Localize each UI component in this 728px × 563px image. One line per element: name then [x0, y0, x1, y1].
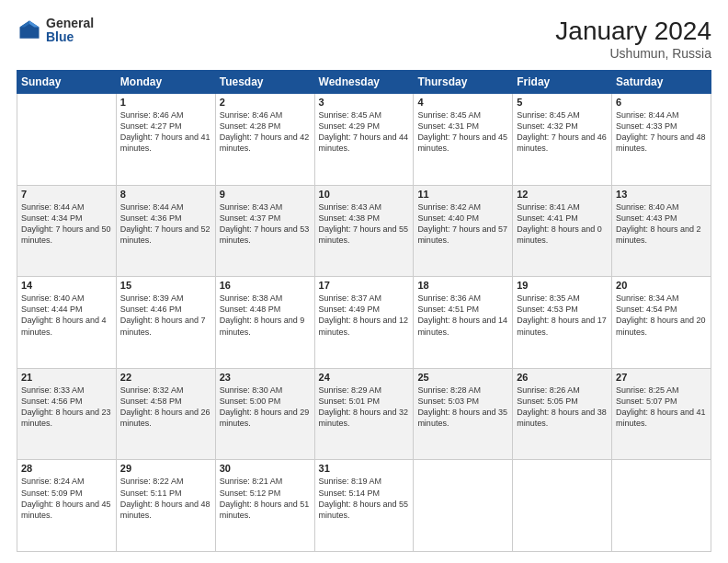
header: General Blue January 2024 Ushumun, Russi…	[17, 17, 711, 61]
day-number: 20	[616, 280, 707, 291]
cell-info: Sunrise: 8:42 AMSunset: 4:40 PMDaylight:…	[417, 201, 508, 247]
day-number: 30	[220, 463, 311, 474]
day-number: 18	[417, 280, 508, 291]
day-number: 15	[120, 280, 211, 291]
table-row	[17, 94, 117, 186]
table-row: 12Sunrise: 8:41 AMSunset: 4:41 PMDayligh…	[513, 185, 612, 277]
cell-info: Sunrise: 8:29 AMSunset: 5:01 PMDaylight:…	[319, 385, 410, 430]
day-number: 10	[319, 189, 410, 200]
day-number: 13	[616, 189, 707, 200]
cell-info: Sunrise: 8:43 AMSunset: 4:38 PMDaylight:…	[319, 201, 410, 247]
cell-info: Sunrise: 8:45 AMSunset: 4:29 PMDaylight:…	[319, 109, 410, 155]
header-row: Sunday Monday Tuesday Wednesday Thursday…	[17, 71, 711, 94]
cell-info: Sunrise: 8:25 AMSunset: 5:07 PMDaylight:…	[616, 385, 707, 430]
day-number: 14	[21, 280, 112, 291]
table-row: 26Sunrise: 8:26 AMSunset: 5:05 PMDayligh…	[513, 368, 612, 460]
cell-info: Sunrise: 8:24 AMSunset: 5:09 PMDaylight:…	[21, 476, 112, 521]
day-number: 19	[517, 280, 608, 291]
table-row: 5Sunrise: 8:45 AMSunset: 4:32 PMDaylight…	[513, 94, 612, 186]
table-row: 2Sunrise: 8:46 AMSunset: 4:28 PMDaylight…	[215, 94, 314, 186]
day-number: 23	[220, 372, 311, 383]
table-row: 4Sunrise: 8:45 AMSunset: 4:31 PMDaylight…	[414, 94, 513, 186]
table-row: 13Sunrise: 8:40 AMSunset: 4:43 PMDayligh…	[612, 185, 711, 277]
calendar-table: Sunday Monday Tuesday Wednesday Thursday…	[17, 70, 711, 552]
cell-info: Sunrise: 8:44 AMSunset: 4:33 PMDaylight:…	[616, 109, 707, 155]
table-row: 28Sunrise: 8:24 AMSunset: 5:09 PMDayligh…	[17, 460, 117, 552]
cell-info: Sunrise: 8:38 AMSunset: 4:48 PMDaylight:…	[220, 293, 311, 338]
page: General Blue January 2024 Ushumun, Russi…	[0, 0, 728, 563]
day-number: 28	[21, 463, 112, 474]
day-number: 7	[21, 189, 112, 200]
table-row: 14Sunrise: 8:40 AMSunset: 4:44 PMDayligh…	[17, 277, 117, 369]
cell-info: Sunrise: 8:40 AMSunset: 4:44 PMDaylight:…	[21, 293, 112, 338]
cell-info: Sunrise: 8:40 AMSunset: 4:43 PMDaylight:…	[616, 201, 707, 247]
cell-info: Sunrise: 8:30 AMSunset: 5:00 PMDaylight:…	[220, 385, 311, 430]
day-number: 24	[319, 372, 410, 383]
day-number: 5	[517, 97, 608, 108]
day-number: 25	[417, 372, 508, 383]
table-row: 22Sunrise: 8:32 AMSunset: 4:58 PMDayligh…	[116, 368, 215, 460]
cell-info: Sunrise: 8:41 AMSunset: 4:41 PMDaylight:…	[517, 201, 608, 247]
day-number: 9	[220, 189, 311, 200]
th-saturday: Saturday	[612, 71, 711, 94]
cell-info: Sunrise: 8:44 AMSunset: 4:34 PMDaylight:…	[21, 201, 112, 247]
subtitle: Ushumun, Russia	[555, 46, 711, 61]
table-row: 15Sunrise: 8:39 AMSunset: 4:46 PMDayligh…	[116, 277, 215, 369]
table-row: 31Sunrise: 8:19 AMSunset: 5:14 PMDayligh…	[314, 460, 414, 552]
table-row: 25Sunrise: 8:28 AMSunset: 5:03 PMDayligh…	[414, 368, 513, 460]
day-number: 3	[319, 97, 410, 108]
table-row: 8Sunrise: 8:44 AMSunset: 4:36 PMDaylight…	[116, 185, 215, 277]
cell-info: Sunrise: 8:28 AMSunset: 5:03 PMDaylight:…	[417, 385, 508, 430]
cell-info: Sunrise: 8:34 AMSunset: 4:54 PMDaylight:…	[616, 293, 707, 338]
table-row: 11Sunrise: 8:42 AMSunset: 4:40 PMDayligh…	[414, 185, 513, 277]
table-row: 29Sunrise: 8:22 AMSunset: 5:11 PMDayligh…	[116, 460, 215, 552]
table-row: 16Sunrise: 8:38 AMSunset: 4:48 PMDayligh…	[215, 277, 314, 369]
th-wednesday: Wednesday	[314, 71, 414, 94]
th-thursday: Thursday	[414, 71, 513, 94]
table-row: 30Sunrise: 8:21 AMSunset: 5:12 PMDayligh…	[215, 460, 314, 552]
table-row	[513, 460, 612, 552]
th-friday: Friday	[513, 71, 612, 94]
cell-info: Sunrise: 8:39 AMSunset: 4:46 PMDaylight:…	[120, 293, 211, 338]
table-row: 24Sunrise: 8:29 AMSunset: 5:01 PMDayligh…	[314, 368, 414, 460]
calendar-week-2: 14Sunrise: 8:40 AMSunset: 4:44 PMDayligh…	[17, 277, 711, 369]
day-number: 16	[220, 280, 311, 291]
main-title: January 2024	[555, 17, 711, 46]
cell-info: Sunrise: 8:19 AMSunset: 5:14 PMDaylight:…	[319, 476, 410, 521]
cell-info: Sunrise: 8:32 AMSunset: 4:58 PMDaylight:…	[120, 385, 211, 430]
day-number: 29	[120, 463, 211, 474]
day-number: 22	[120, 372, 211, 383]
th-tuesday: Tuesday	[215, 71, 314, 94]
cell-info: Sunrise: 8:46 AMSunset: 4:28 PMDaylight:…	[220, 109, 311, 155]
table-row: 20Sunrise: 8:34 AMSunset: 4:54 PMDayligh…	[612, 277, 711, 369]
cell-info: Sunrise: 8:21 AMSunset: 5:12 PMDaylight:…	[220, 476, 311, 521]
calendar-week-0: 1Sunrise: 8:46 AMSunset: 4:27 PMDaylight…	[17, 94, 711, 186]
day-number: 26	[517, 372, 608, 383]
cell-info: Sunrise: 8:46 AMSunset: 4:27 PMDaylight:…	[120, 109, 211, 155]
logo: General Blue	[17, 17, 94, 45]
th-monday: Monday	[116, 71, 215, 94]
cell-info: Sunrise: 8:26 AMSunset: 5:05 PMDaylight:…	[517, 385, 608, 430]
title-block: January 2024 Ushumun, Russia	[555, 17, 711, 61]
cell-info: Sunrise: 8:44 AMSunset: 4:36 PMDaylight:…	[120, 201, 211, 247]
table-row: 23Sunrise: 8:30 AMSunset: 5:00 PMDayligh…	[215, 368, 314, 460]
calendar-week-4: 28Sunrise: 8:24 AMSunset: 5:09 PMDayligh…	[17, 460, 711, 552]
table-row: 21Sunrise: 8:33 AMSunset: 4:56 PMDayligh…	[17, 368, 117, 460]
cell-info: Sunrise: 8:43 AMSunset: 4:37 PMDaylight:…	[220, 201, 311, 247]
logo-text: General Blue	[46, 17, 94, 45]
day-number: 17	[319, 280, 410, 291]
table-row: 17Sunrise: 8:37 AMSunset: 4:49 PMDayligh…	[314, 277, 414, 369]
table-row: 18Sunrise: 8:36 AMSunset: 4:51 PMDayligh…	[414, 277, 513, 369]
day-number: 31	[319, 463, 410, 474]
calendar-week-3: 21Sunrise: 8:33 AMSunset: 4:56 PMDayligh…	[17, 368, 711, 460]
day-number: 2	[220, 97, 311, 108]
logo-general-text: General	[46, 17, 94, 30]
cell-info: Sunrise: 8:35 AMSunset: 4:53 PMDaylight:…	[517, 293, 608, 338]
day-number: 21	[21, 372, 112, 383]
day-number: 11	[417, 189, 508, 200]
cell-info: Sunrise: 8:33 AMSunset: 4:56 PMDaylight:…	[21, 385, 112, 430]
table-row: 7Sunrise: 8:44 AMSunset: 4:34 PMDaylight…	[17, 185, 117, 277]
cell-info: Sunrise: 8:36 AMSunset: 4:51 PMDaylight:…	[417, 293, 508, 338]
day-number: 4	[417, 97, 508, 108]
day-number: 1	[120, 97, 211, 108]
